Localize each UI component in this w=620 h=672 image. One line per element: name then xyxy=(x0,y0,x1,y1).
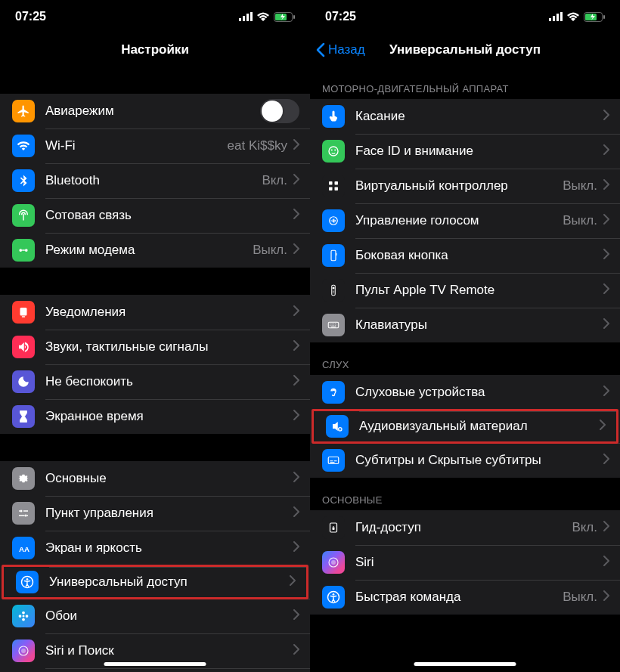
row-guided[interactable]: Гид-доступВкл. xyxy=(310,510,620,545)
row-side-button[interactable]: Боковая кнопка xyxy=(310,238,620,273)
status-indicators xyxy=(239,12,295,22)
svg-point-17 xyxy=(22,612,25,615)
row-sounds[interactable]: Звуки, тактильные сигналы xyxy=(0,330,310,364)
row-accessibility[interactable]: Универсальный доступ xyxy=(2,565,308,599)
chevron-right-icon xyxy=(293,472,299,485)
svg-rect-42 xyxy=(332,285,336,296)
page-title: Универсальный доступ xyxy=(389,42,541,57)
row-hotspot[interactable]: Режим модемаВыкл. xyxy=(0,233,310,268)
row-label: Универсальный доступ xyxy=(49,574,290,590)
row-switch-ctrl[interactable]: Виртуальный контроллерВыкл. xyxy=(310,169,620,203)
svg-point-19 xyxy=(19,615,22,618)
accessibility-icon xyxy=(16,571,39,593)
row-label: Субтитры и Скрытые субтитры xyxy=(355,453,603,468)
row-cellular[interactable]: Сотовая связь xyxy=(0,198,310,233)
row-keyboards[interactable]: Клавиатуры xyxy=(310,308,620,342)
accessibility-icon xyxy=(322,586,345,609)
svg-point-39 xyxy=(330,217,338,225)
section-header-motor: МОТОРНО-ДВИГАТЕЛЬНЫЙ АППАРАТ xyxy=(310,67,620,99)
svg-point-34 xyxy=(335,150,336,150)
flower-icon xyxy=(12,605,35,627)
row-bluetooth[interactable]: BluetoothВкл. xyxy=(0,163,310,198)
siri-icon xyxy=(12,639,35,662)
row-screentime[interactable]: Экранное время xyxy=(0,399,310,434)
row-label: Быстрая команда xyxy=(355,590,563,605)
row-airplane[interactable]: Авиарежим xyxy=(0,94,310,129)
row-general[interactable]: Основные xyxy=(0,461,310,496)
row-label: Боковая кнопка xyxy=(355,248,603,263)
status-time: 07:25 xyxy=(325,10,356,23)
svg-rect-3 xyxy=(250,12,253,21)
row-display[interactable]: AAЭкран и яркость xyxy=(0,531,310,565)
svg-rect-25 xyxy=(549,18,551,21)
svg-text:AA: AA xyxy=(19,545,29,553)
row-hearing[interactable]: Слуховые устройства xyxy=(310,375,620,410)
row-detail: Выкл. xyxy=(563,178,597,194)
row-label: Сотовая связь xyxy=(45,208,293,223)
home-indicator[interactable] xyxy=(104,662,206,666)
row-label: Гид-доступ xyxy=(355,520,572,535)
row-label: Уведомления xyxy=(45,305,293,320)
row-controlcenter[interactable]: Пункт управления xyxy=(0,496,310,531)
row-detail: Выкл. xyxy=(563,590,597,605)
nav-header: Настройки xyxy=(0,33,310,67)
moon-icon xyxy=(12,370,35,393)
settings-group-2: УведомленияЗвуки, тактильные сигналыНе б… xyxy=(0,295,310,434)
wifi-signal-icon xyxy=(567,12,579,21)
svg-point-8 xyxy=(25,249,28,252)
chevron-right-icon xyxy=(293,644,299,658)
row-av[interactable]: Аудиовизуальный материал xyxy=(312,409,618,444)
accessibility-group-motor: КасаниеFace ID и вниманиеВиртуальный кон… xyxy=(310,99,620,342)
row-label: Управление голосом xyxy=(355,213,563,228)
row-shortcut[interactable]: Быстрая командаВыкл. xyxy=(310,580,620,615)
row-detail: Вкл. xyxy=(572,520,597,535)
row-notifications[interactable]: Уведомления xyxy=(0,295,310,330)
row-siri2[interactable]: Siri xyxy=(310,545,620,580)
chevron-right-icon xyxy=(293,340,299,354)
svg-rect-0 xyxy=(239,18,241,21)
svg-rect-26 xyxy=(553,16,555,21)
home-indicator[interactable] xyxy=(414,662,516,666)
row-voice-ctrl[interactable]: Управление голосомВыкл. xyxy=(310,203,620,238)
battery-icon xyxy=(584,12,605,22)
chevron-right-icon xyxy=(603,214,609,228)
chevron-right-icon xyxy=(603,454,609,467)
row-wallpaper[interactable]: Обои xyxy=(0,599,310,633)
lock-icon xyxy=(322,516,345,539)
chevron-right-icon xyxy=(603,556,609,569)
ear-icon xyxy=(322,381,345,404)
row-touch[interactable]: Касание xyxy=(310,99,620,134)
svg-point-18 xyxy=(22,618,25,621)
speaker-icon xyxy=(12,336,35,358)
svg-rect-51 xyxy=(333,528,335,530)
row-apple-tv[interactable]: Пульт Apple TV Remote xyxy=(310,273,620,308)
chevron-right-icon xyxy=(600,420,606,433)
svg-point-33 xyxy=(331,150,332,150)
row-faceid[interactable]: Face ID и код-пароль xyxy=(0,668,310,672)
face-icon xyxy=(322,140,345,163)
row-subtitles[interactable]: Субтитры и Скрытые субтитры xyxy=(310,443,620,478)
row-label: Пульт Apple TV Remote xyxy=(355,283,603,298)
keyboard-icon xyxy=(322,314,345,336)
row-face-attn[interactable]: Face ID и внимание xyxy=(310,134,620,169)
chevron-right-icon xyxy=(603,318,609,332)
row-label: Касание xyxy=(355,109,603,124)
row-label: Siri xyxy=(355,555,603,570)
row-detail: eat Ki$$ky xyxy=(228,138,287,153)
back-button[interactable]: Назад xyxy=(316,42,365,57)
row-label: Не беспокоить xyxy=(45,374,293,389)
svg-point-15 xyxy=(26,578,29,581)
row-wifi[interactable]: Wi-Fieat Ki$$ky xyxy=(0,129,310,163)
svg-rect-40 xyxy=(331,250,336,261)
row-label: Основные xyxy=(45,471,293,486)
row-dnd[interactable]: Не беспокоить xyxy=(0,364,310,399)
gear-icon xyxy=(12,467,35,490)
text-icon: AA xyxy=(12,537,35,559)
chevron-right-icon xyxy=(603,179,609,193)
chevron-right-icon xyxy=(603,144,609,158)
row-label: Экран и яркость xyxy=(45,540,293,556)
row-detail: Выкл. xyxy=(563,213,597,228)
svg-point-16 xyxy=(23,615,25,618)
chevron-right-icon xyxy=(293,410,299,423)
toggle[interactable] xyxy=(260,99,299,123)
